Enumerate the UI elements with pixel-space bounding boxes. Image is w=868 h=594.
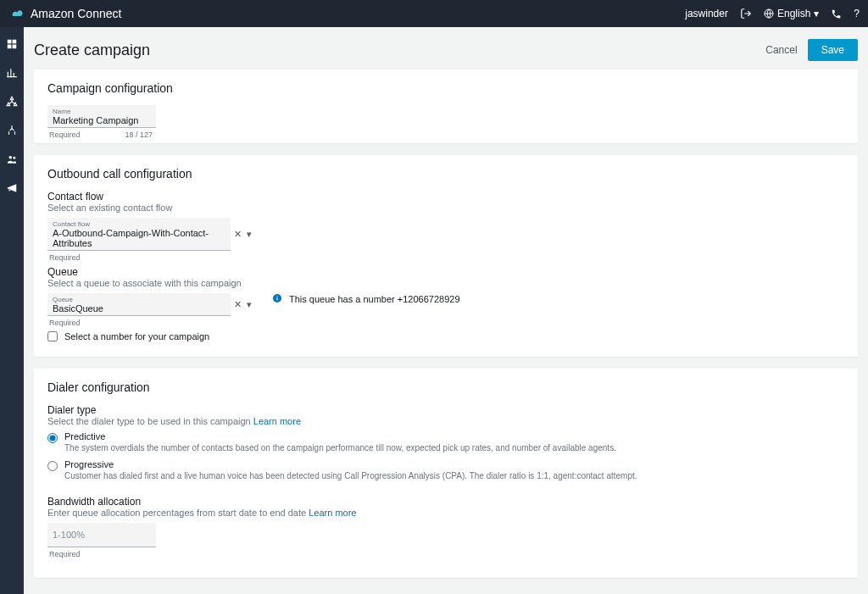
contact-flow-label: Contact flow xyxy=(47,191,844,203)
nav-metrics-icon[interactable] xyxy=(3,66,20,80)
queue-dropdown-icon[interactable]: ▾ xyxy=(247,299,252,310)
svg-rect-8 xyxy=(277,297,278,301)
svg-rect-2 xyxy=(13,40,17,44)
queue-select[interactable]: Queue BasicQueue Required xyxy=(47,293,231,316)
bandwidth-required: Required xyxy=(49,550,81,558)
svg-rect-1 xyxy=(8,40,12,44)
campaign-config-title: Campaign configuration xyxy=(47,81,844,95)
dialer-progressive-desc: Customer has dialed first and a live hum… xyxy=(64,471,637,480)
bandwidth-input[interactable]: 1-100% Required xyxy=(47,523,156,547)
queue-help: Select a queue to associate with this ca… xyxy=(47,278,844,288)
brand-name: Amazon Connect xyxy=(31,7,121,20)
nav-routing-icon[interactable] xyxy=(3,95,20,108)
dialer-title: Dialer configuration xyxy=(47,380,844,394)
campaign-name-label: Name xyxy=(53,108,151,115)
campaign-name-counter: 18 / 127 xyxy=(125,130,153,139)
language-selector[interactable]: English ▾ xyxy=(764,8,819,19)
nav-users-icon[interactable] xyxy=(3,153,20,166)
info-icon xyxy=(272,293,282,305)
bandwidth-help: Enter queue allocation percentages from … xyxy=(47,508,306,518)
user-name[interactable]: jaswinder xyxy=(685,8,728,19)
svg-point-6 xyxy=(13,157,15,159)
help-icon[interactable]: ? xyxy=(854,8,860,19)
bandwidth-placeholder: 1-100% xyxy=(53,530,151,540)
queue-clear-icon[interactable]: ✕ xyxy=(234,299,242,310)
queue-required: Required xyxy=(49,319,81,327)
page-title: Create campaign xyxy=(34,42,150,59)
contact-flow-field-label: Contact flow xyxy=(53,220,225,228)
dialer-learn-more-link[interactable]: Learn more xyxy=(253,416,301,426)
queue-label: Queue xyxy=(47,266,844,278)
nav-campaign-icon[interactable] xyxy=(3,181,20,195)
contact-flow-help: Select an existing contact flow xyxy=(47,203,844,213)
campaign-name-input[interactable]: Name Marketing Campaign Required 18 / 12… xyxy=(47,105,156,128)
dialer-predictive-radio[interactable] xyxy=(47,433,58,443)
logout-icon[interactable] xyxy=(740,8,752,19)
phone-icon[interactable] xyxy=(831,8,842,19)
svg-rect-4 xyxy=(13,45,17,49)
queue-field-label: Queue xyxy=(53,296,225,303)
chevron-down-icon: ▾ xyxy=(814,8,819,19)
select-number-checkbox[interactable] xyxy=(47,331,58,341)
side-nav xyxy=(0,27,24,594)
cancel-button[interactable]: Cancel xyxy=(755,39,807,61)
contact-flow-select[interactable]: Contact flow A-Outbound-Campaign-With-Co… xyxy=(47,218,231,251)
main-content: Create campaign Cancel Save Campaign con… xyxy=(24,27,868,594)
svg-rect-3 xyxy=(8,45,12,49)
nav-flow-icon[interactable] xyxy=(3,124,20,137)
bandwidth-learn-more-link[interactable]: Learn more xyxy=(309,508,356,518)
svg-rect-9 xyxy=(277,296,278,297)
bandwidth-label: Bandwidth allocation xyxy=(47,496,844,508)
campaign-name-value: Marketing Campaign xyxy=(53,115,151,125)
queue-info-text: This queue has a number +12066728929 xyxy=(289,294,460,304)
dialer-progressive-title: Progressive xyxy=(64,459,637,469)
dialer-predictive-desc: The system overdials the number of conta… xyxy=(64,443,616,452)
dialer-predictive-title: Predictive xyxy=(64,431,616,441)
outbound-card: Outbound call configuration Contact flow… xyxy=(34,155,858,357)
dialer-type-help: Select the dialer type to be used in thi… xyxy=(47,416,251,426)
dialer-progressive-radio[interactable] xyxy=(47,461,58,471)
outbound-title: Outbound call configuration xyxy=(47,167,844,180)
logo-icon xyxy=(8,6,24,21)
top-bar: Amazon Connect jaswinder English ▾ ? xyxy=(0,0,868,27)
contact-flow-dropdown-icon[interactable]: ▾ xyxy=(247,229,252,240)
queue-value: BasicQueue xyxy=(53,303,225,314)
contact-flow-required: Required xyxy=(49,253,81,262)
svg-point-5 xyxy=(9,156,13,159)
nav-dashboard-icon[interactable] xyxy=(3,37,20,51)
save-button[interactable]: Save xyxy=(808,39,858,61)
dialer-type-label: Dialer type xyxy=(47,404,844,416)
contact-flow-clear-icon[interactable]: ✕ xyxy=(234,229,242,240)
campaign-config-card: Campaign configuration Name Marketing Ca… xyxy=(34,69,858,143)
contact-flow-value: A-Outbound-Campaign-With-Contact-Attribu… xyxy=(53,228,225,248)
select-number-label: Select a number for your campaign xyxy=(64,331,209,341)
campaign-name-required: Required xyxy=(49,130,81,139)
dialer-card: Dialer configuration Dialer type Select … xyxy=(34,369,858,578)
